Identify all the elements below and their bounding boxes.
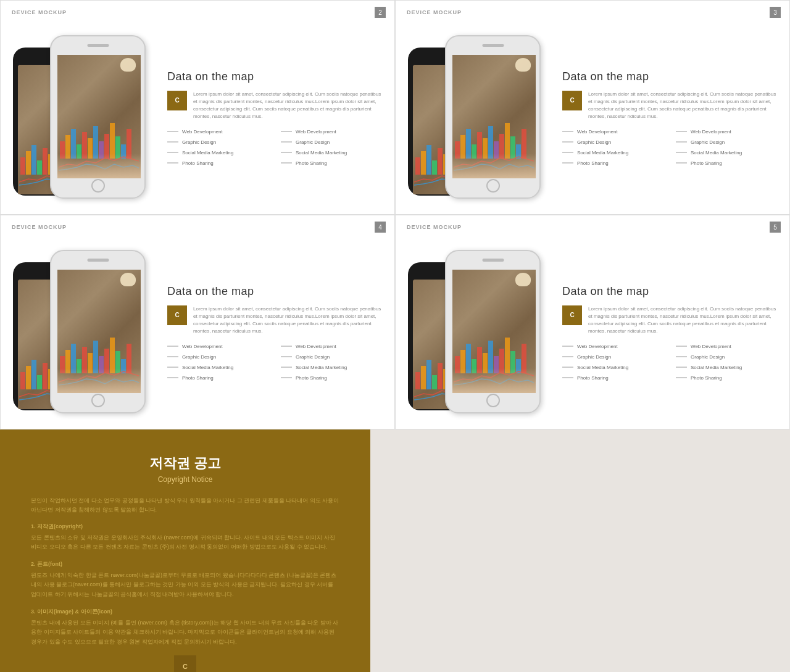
- copyright-right-area: [370, 429, 790, 672]
- list-item: Graphic Design: [167, 138, 268, 146]
- list-item: Graphic Design: [676, 353, 777, 361]
- panel-5-content: Data on the map C Lorem ipsum dolor sit …: [408, 250, 777, 417]
- list-item: Photo Sharing: [281, 159, 382, 167]
- panel-4-features: Web Development Web Development Graphic …: [167, 342, 382, 382]
- copyright-section-2-body: 윈도즈 나에게 익숙한 한글 폰트 naver.com(나눔글꼴)로부터 무료로…: [31, 571, 339, 599]
- phone-speaker-2: [87, 44, 109, 47]
- panel-4-lorem: Lorem ipsum dolor sit amet, consectetur …: [193, 305, 382, 335]
- phone-screen-3: [452, 55, 536, 178]
- list-item: Photo Sharing: [562, 374, 663, 382]
- copyright-logo: C: [174, 655, 196, 672]
- panel-3: DEVICE MOCKUP 3: [395, 0, 790, 215]
- panel-2-lorem: Lorem ipsum dolor sit amet, consectetur …: [193, 91, 382, 120]
- panel-2-features: Web Development Web Development Graphic …: [167, 128, 382, 167]
- list-item: Photo Sharing: [167, 159, 268, 167]
- copyright-section-2-title: 2. 폰트(font): [31, 560, 339, 568]
- panel-3-right: Data on the map C Lorem ipsum dolor sit …: [556, 70, 777, 167]
- panel-3-number: 3: [770, 7, 781, 18]
- list-item: Photo Sharing: [676, 159, 777, 167]
- list-item: Web Development: [676, 128, 777, 136]
- list-item: Photo Sharing: [281, 374, 382, 382]
- top-grid: DEVICE MOCKUP 2: [0, 0, 790, 215]
- panel-5-lorem: Lorem ipsum dolor sit amet, consectetur …: [588, 305, 777, 335]
- list-item: Web Development: [281, 128, 382, 136]
- phone-home-3: [486, 179, 500, 193]
- list-item: Web Development: [167, 128, 268, 136]
- panel-3-logo: C: [562, 91, 582, 110]
- copyright-item-2: 2. 폰트(font) 윈도즈 나에게 익숙한 한글 폰트 naver.com(…: [31, 560, 339, 599]
- copyright-section: 저작권 공고 Copyright Notice 본인이 작업하시던 전에 다소 …: [0, 429, 790, 672]
- panel-3-lorem: Lorem ipsum dolor sit amet, consectetur …: [588, 91, 777, 120]
- panel-2-right: Data on the map C Lorem ipsum dolor sit …: [161, 70, 382, 167]
- panel-4-number: 4: [375, 222, 386, 233]
- phone-mockup-5: [408, 250, 544, 417]
- list-item: Graphic Design: [281, 138, 382, 146]
- list-item: Web Development: [167, 342, 268, 351]
- list-item: Graphic Design: [562, 138, 663, 146]
- panel-5-label: DEVICE MOCKUP: [407, 224, 462, 230]
- list-item: Graphic Design: [562, 353, 663, 361]
- list-item: Social Media Marketing: [562, 363, 663, 371]
- phone-screen-4: [57, 270, 141, 393]
- phone-screen-5: [452, 270, 536, 393]
- list-item: Web Development: [676, 342, 777, 351]
- copyright-item-1: 1. 저작권(copyright) 모든 콘텐츠의 소유 및 저작권은 운영회사…: [31, 523, 339, 552]
- list-item: Graphic Design: [167, 353, 268, 361]
- list-item: Photo Sharing: [562, 159, 663, 167]
- list-item: Social Media Marketing: [676, 363, 777, 371]
- phone-front-4: [50, 250, 146, 413]
- panel-3-title: Data on the map: [562, 70, 777, 83]
- panel-4-logo-row: C Lorem ipsum dolor sit amet, consectetu…: [167, 305, 382, 335]
- copyright-inner: 저작권 공고 Copyright Notice 본인이 작업하시던 전에 다소 …: [0, 429, 370, 672]
- bottom-grid: DEVICE MOCKUP 4: [0, 215, 790, 429]
- phone-speaker-4: [87, 259, 109, 262]
- list-item: Photo Sharing: [676, 374, 777, 382]
- panel-5-title: Data on the map: [562, 285, 777, 298]
- panel-2-logo: C: [167, 91, 187, 110]
- phone-front-2: [50, 35, 146, 199]
- copyright-section-3-title: 3. 이미지(image) & 아이콘(icon): [31, 608, 339, 616]
- list-item: Social Media Marketing: [167, 149, 268, 157]
- panel-3-logo-row: C Lorem ipsum dolor sit amet, consectetu…: [562, 91, 777, 120]
- panel-5-logo-row: C Lorem ipsum dolor sit amet, consectetu…: [562, 305, 777, 335]
- list-item: Photo Sharing: [167, 374, 268, 382]
- copyright-section-1-body: 모든 콘텐츠의 소유 및 저작권은 운영회사인 주식회사 (naver.com)…: [31, 533, 339, 552]
- phone-front-5: [445, 250, 541, 413]
- panel-5-logo: C: [562, 305, 582, 325]
- list-item: Social Media Marketing: [167, 363, 268, 371]
- panel-3-content: Data on the map C Lorem ipsum dolor sit …: [408, 35, 777, 202]
- panel-2-number: 2: [375, 7, 386, 18]
- panel-4-content: Data on the map C Lorem ipsum dolor sit …: [13, 250, 382, 417]
- panel-5-number: 5: [770, 222, 781, 233]
- panel-5-features: Web Development Web Development Graphic …: [562, 342, 777, 382]
- panel-4-label: DEVICE MOCKUP: [12, 224, 67, 230]
- list-item: Social Media Marketing: [562, 149, 663, 157]
- copyright-item-3: 3. 이미지(image) & 아이콘(icon) 콘텐츠 내에 사용된 모든 …: [31, 608, 339, 647]
- phone-home-2: [91, 179, 105, 193]
- phone-front-3: [445, 35, 541, 199]
- phone-mockup-4: [13, 250, 149, 417]
- copyright-section-1-title: 1. 저작권(copyright): [31, 523, 339, 531]
- panel-5: DEVICE MOCKUP 5: [395, 215, 790, 429]
- panel-4: DEVICE MOCKUP 4: [0, 215, 395, 429]
- panel-2-label: DEVICE MOCKUP: [12, 9, 67, 15]
- panel-2-logo-row: C Lorem ipsum dolor sit amet, consectetu…: [167, 91, 382, 120]
- phone-speaker-3: [482, 44, 504, 47]
- list-item: Web Development: [562, 342, 663, 351]
- panel-4-logo: C: [167, 305, 187, 325]
- list-item: Web Development: [562, 128, 663, 136]
- panel-4-title: Data on the map: [167, 285, 382, 298]
- phone-mockup-2: [13, 35, 149, 202]
- panel-2-title: Data on the map: [167, 70, 382, 83]
- list-item: Graphic Design: [281, 353, 382, 361]
- copyright-title-english: Copyright Notice: [31, 475, 339, 484]
- copyright-section-3-body: 콘텐츠 내에 사용된 모든 이미지 (예를 들면 (naver.com) 혹은 …: [31, 618, 339, 647]
- list-item: Graphic Design: [676, 138, 777, 146]
- phone-home-4: [91, 394, 105, 407]
- panel-3-label: DEVICE MOCKUP: [407, 9, 462, 15]
- panel-5-right: Data on the map C Lorem ipsum dolor sit …: [556, 285, 777, 382]
- phone-speaker-5: [482, 259, 504, 262]
- panel-3-features: Web Development Web Development Graphic …: [562, 128, 777, 167]
- panel-2-content: Data on the map C Lorem ipsum dolor sit …: [13, 35, 382, 202]
- copyright-title-korean: 저작권 공고: [31, 454, 339, 473]
